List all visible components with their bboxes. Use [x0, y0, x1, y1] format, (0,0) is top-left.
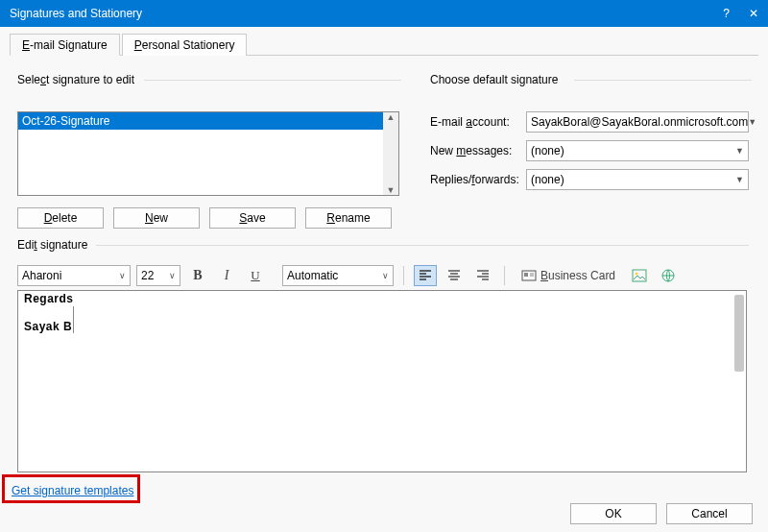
list-item[interactable]: Oct-26-Signature: [18, 112, 398, 130]
picture-icon: [632, 268, 647, 283]
scrollbar[interactable]: ▲ ▼: [383, 112, 398, 195]
label-email-account: E-mail account:: [430, 115, 526, 129]
tab-strip: E-mail Signature Personal Stationery: [10, 33, 758, 56]
help-icon[interactable]: ?: [723, 7, 730, 20]
font-size-select[interactable]: 22 ∨: [136, 265, 180, 286]
hyperlink-icon: [660, 268, 676, 283]
select-new-messages[interactable]: (none) ▼: [526, 140, 749, 161]
close-icon[interactable]: ✕: [749, 7, 758, 20]
divider: [574, 80, 752, 81]
editor-line: Regards: [24, 293, 740, 306]
italic-button[interactable]: I: [215, 265, 238, 286]
svg-rect-1: [524, 273, 528, 277]
insert-picture-button[interactable]: [628, 265, 651, 286]
title-bar: Signatures and Stationery ? ✕: [0, 0, 768, 27]
font-select[interactable]: Aharoni ∨: [17, 265, 131, 286]
chevron-down-icon: ∨: [119, 271, 126, 280]
select-email-account[interactable]: SayakBoral@SayakBoral.onmicrosoft.com ▼: [526, 111, 749, 133]
business-card-icon: [521, 268, 537, 283]
scroll-down-icon[interactable]: ▼: [387, 185, 396, 195]
window-title: Signatures and Stationery: [10, 7, 142, 20]
new-button[interactable]: New: [113, 207, 200, 229]
editor-line: Sayak B: [24, 306, 740, 334]
svg-point-3: [636, 273, 638, 276]
signature-editor[interactable]: Regards Sayak B: [17, 290, 747, 472]
chevron-down-icon: ▼: [748, 117, 756, 127]
label-replies-forwards: Replies/forwards:: [430, 173, 526, 186]
separator: [504, 266, 505, 285]
label-select-signature: Select signature to edit: [17, 73, 134, 86]
chevron-down-icon: ∨: [169, 271, 176, 280]
annotation-highlight: [2, 474, 140, 503]
align-left-button[interactable]: [414, 265, 437, 286]
tab-personal-stationery[interactable]: Personal Stationery: [122, 34, 248, 56]
save-button[interactable]: Save: [209, 207, 296, 229]
separator: [403, 266, 404, 285]
chevron-down-icon: ▼: [735, 175, 744, 184]
scrollbar-thumb[interactable]: [734, 295, 744, 372]
label-edit-signature: Edit signature: [17, 238, 87, 252]
text-caret: [73, 306, 74, 333]
chevron-down-icon: ▼: [735, 146, 744, 156]
svg-rect-2: [633, 270, 646, 281]
dialog-client: E-mail Signature Personal Stationery Sel…: [0, 27, 768, 532]
scroll-up-icon[interactable]: ▲: [387, 112, 396, 122]
divider: [144, 80, 401, 81]
label-new-messages: New messages:: [430, 144, 526, 157]
ok-button[interactable]: OK: [570, 503, 657, 524]
select-replies-forwards[interactable]: (none) ▼: [526, 169, 749, 190]
align-center-button[interactable]: [443, 265, 466, 286]
divider: [96, 245, 749, 246]
cancel-button[interactable]: Cancel: [666, 503, 753, 524]
align-right-button[interactable]: [471, 265, 494, 286]
delete-button[interactable]: Delete: [17, 207, 104, 229]
label-choose-default: Choose default signature: [430, 73, 558, 86]
bold-button[interactable]: B: [186, 265, 209, 286]
business-card-button[interactable]: Business Card: [515, 265, 622, 286]
tab-email-signature[interactable]: E-mail Signature: [10, 34, 120, 56]
underline-button[interactable]: U: [244, 265, 267, 286]
editor-content[interactable]: Regards Sayak B: [18, 291, 746, 336]
font-color-select[interactable]: Automatic ∨: [282, 265, 394, 286]
insert-hyperlink-button[interactable]: [657, 265, 680, 286]
editor-toolbar: Aharoni ∨ 22 ∨ B I U Automatic ∨ Busines…: [17, 263, 747, 288]
signature-listbox[interactable]: Oct-26-Signature ▲ ▼: [17, 111, 399, 196]
chevron-down-icon: ∨: [382, 271, 389, 280]
rename-button[interactable]: Rename: [305, 207, 392, 229]
